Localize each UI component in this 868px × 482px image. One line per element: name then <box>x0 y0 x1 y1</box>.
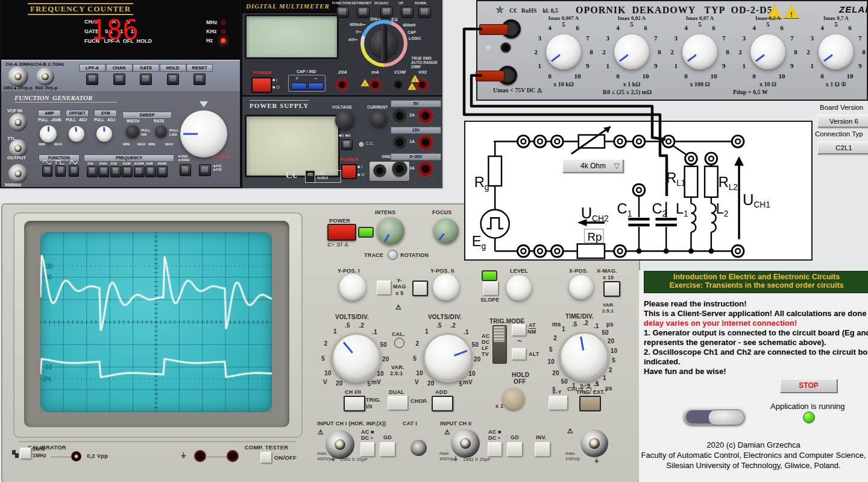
psu-output-pos-jack[interactable] <box>418 135 433 150</box>
psu-power-button[interactable] <box>341 164 357 179</box>
trigmode-slider[interactable] <box>492 325 507 364</box>
psu-output-neg-jack[interactable] <box>392 135 407 150</box>
stop-button[interactable]: STOP <box>780 379 837 393</box>
atnm-button[interactable] <box>512 324 526 336</box>
dmm-capind-slot-minus[interactable] <box>308 83 324 90</box>
dmm-up-button[interactable] <box>401 7 414 18</box>
input-ch2-bnc[interactable] <box>451 429 480 458</box>
add-button[interactable] <box>432 396 453 411</box>
connection-type-select[interactable]: C2L1 <box>817 141 868 154</box>
dual-button[interactable] <box>388 396 408 410</box>
fg-impedance-button[interactable] <box>180 164 191 176</box>
decade-knob-x1[interactable] <box>819 34 854 69</box>
dmm-down-button[interactable] <box>418 7 431 18</box>
scope-power-button[interactable] <box>327 224 356 241</box>
ch1-acdc-button[interactable] <box>360 442 375 457</box>
psu-output-neg-jack[interactable] <box>392 161 407 177</box>
comp-tester-connector[interactable] <box>227 450 239 462</box>
fg-wave-triangle-button[interactable] <box>69 165 79 177</box>
fg-amp-knob[interactable] <box>40 125 57 142</box>
trigmode-slider-handle[interactable] <box>494 326 505 342</box>
fg-freq-x10k-button[interactable] <box>122 166 133 177</box>
dmm-power-button[interactable] <box>251 77 272 93</box>
dmm-jack-ma[interactable] <box>369 78 382 91</box>
time-div-knob[interactable] <box>559 332 609 381</box>
trigext-button[interactable] <box>579 396 601 411</box>
ypos2-knob[interactable] <box>433 274 459 300</box>
dmm-set-reset-button[interactable] <box>357 7 370 18</box>
ymag-button-left[interactable] <box>377 281 391 295</box>
fg-wave-square-button[interactable] <box>55 165 66 177</box>
fg-vcf-in-bnc[interactable] <box>9 113 27 132</box>
psu-voltage-knob[interactable] <box>335 110 354 130</box>
fc-button-chan[interactable] <box>113 74 125 85</box>
run-toggle-handle[interactable] <box>708 410 744 425</box>
calibrator-freq-button[interactable] <box>20 448 31 459</box>
trig-ext-bnc[interactable] <box>580 430 608 457</box>
trace-rotation-screw[interactable] <box>388 250 398 260</box>
fc-button-reset[interactable] <box>193 74 206 85</box>
fg-freq-x1k-button[interactable] <box>110 166 121 177</box>
psu-output-pos-jack[interactable] <box>418 161 433 177</box>
decade-aux-socket[interactable] <box>500 42 511 53</box>
fg-output-bnc[interactable] <box>8 164 28 183</box>
fc-button-lpf-a[interactable] <box>86 74 98 85</box>
ypos1-knob[interactable] <box>339 274 366 300</box>
ground-connector[interactable] <box>194 450 206 462</box>
ch12-button[interactable] <box>344 396 365 411</box>
decade-knob-x100[interactable] <box>682 34 717 69</box>
fg-freq-x10m-button[interactable] <box>157 166 168 177</box>
decade-knob-x10k[interactable] <box>546 34 581 69</box>
fc-button-gate[interactable] <box>140 74 152 85</box>
fg-sym-knob[interactable] <box>96 126 112 142</box>
ch2-gd-button[interactable] <box>507 442 523 457</box>
cat1-connector[interactable] <box>410 440 427 456</box>
resistor-value-select[interactable]: 4k Ohm ▽ <box>562 159 624 173</box>
dmm-dc-ac-button[interactable] <box>380 7 393 18</box>
psu-va-button[interactable] <box>341 139 353 150</box>
xy-button[interactable] <box>549 396 568 410</box>
psu-current-knob[interactable] <box>371 111 387 127</box>
fg-sweep-width-knob[interactable] <box>126 125 139 138</box>
fg-wave-sine-button[interactable] <box>42 165 52 177</box>
fg-sweep-rate-knob[interactable] <box>155 125 167 138</box>
fg-freq-x10-button[interactable] <box>87 166 98 177</box>
slope-button[interactable] <box>483 281 498 296</box>
banana-plug-1[interactable] <box>479 24 508 35</box>
level-knob[interactable] <box>506 275 532 300</box>
focus-knob[interactable] <box>433 218 459 244</box>
fg-offset-knob[interactable] <box>69 126 84 142</box>
fc-button-hold[interactable] <box>167 74 179 85</box>
psu-output-neg-jack[interactable] <box>392 108 407 124</box>
dmm-capind-slot-plus[interactable] <box>291 83 307 90</box>
fg-main-dial[interactable] <box>180 110 227 157</box>
board-version-select[interactable]: Version 6 <box>817 115 868 128</box>
ch1-gd-button[interactable] <box>380 442 395 457</box>
fg-freq-x100k-button[interactable] <box>134 166 145 177</box>
fg-freq-x1m-button[interactable] <box>145 166 156 177</box>
fc-channel-b-bnc[interactable] <box>36 68 54 86</box>
alt-button[interactable] <box>512 348 526 360</box>
psu-output-pos-jack[interactable] <box>418 108 433 124</box>
decade-knob-x10[interactable] <box>750 34 785 69</box>
dmm-function-button[interactable] <box>336 7 349 18</box>
decade-knob-x1k[interactable] <box>614 34 649 69</box>
banana-plug-2[interactable] <box>476 71 505 81</box>
holdoff-knob[interactable] <box>503 388 524 410</box>
run-toggle[interactable] <box>683 408 746 426</box>
intens-knob[interactable] <box>377 217 404 245</box>
fc-channel-a-bnc[interactable] <box>8 66 28 87</box>
dmm-jack-com[interactable] <box>392 78 404 91</box>
comp-tester-button[interactable] <box>260 452 272 463</box>
volts-div-ch2-knob[interactable] <box>423 333 473 382</box>
fg-display-button[interactable] <box>199 164 211 176</box>
volts-div-ch1-knob[interactable] <box>332 333 381 382</box>
psu-gnd-jack[interactable] <box>373 164 386 177</box>
fg-freq-x100-button[interactable] <box>98 166 109 177</box>
ch2-acdc-button[interactable] <box>488 442 502 457</box>
ch2-inv-button[interactable] <box>535 442 550 457</box>
xpos-knob[interactable] <box>569 275 593 299</box>
calibrator-output-connector[interactable] <box>71 451 81 461</box>
dmm-jack-20a[interactable] <box>336 78 348 91</box>
ymag-button-right[interactable] <box>412 281 428 296</box>
